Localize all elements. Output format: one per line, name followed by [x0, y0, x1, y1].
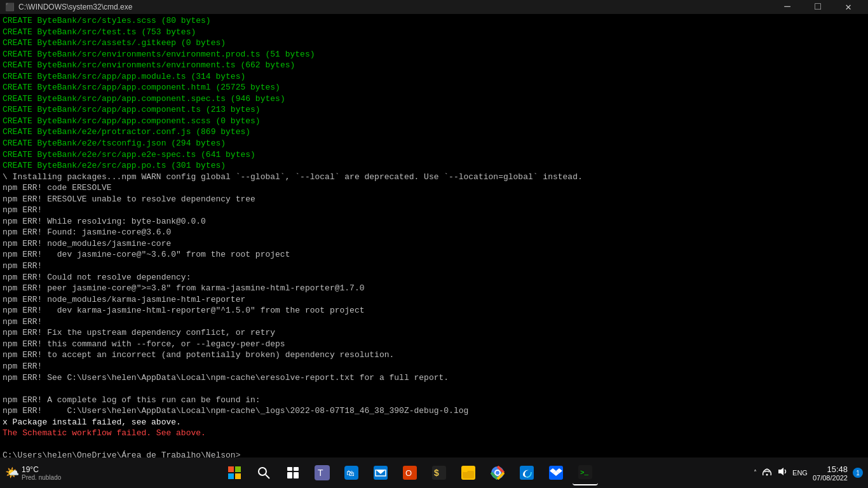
- terminal-line: npm ERR!: [3, 261, 865, 272]
- terminal-line: npm ERR! to accept an incorrect (and pot…: [3, 349, 865, 361]
- terminal-line: CREATE ByteBank/src/environments/environ…: [3, 60, 865, 71]
- close-button[interactable]: ✕: [834, 0, 863, 14]
- network-icon[interactable]: [762, 466, 772, 479]
- taskbar-center-icons: T 🛍 O: [69, 460, 751, 485]
- terminal-line: npm ERR!: [3, 205, 865, 216]
- titlebar-controls: ─ □ ✕: [773, 0, 863, 14]
- notification-badge[interactable]: 1: [853, 468, 863, 478]
- terminal-line: x Package install failed, see above.: [3, 417, 865, 428]
- svg-text:>_: >_: [580, 469, 589, 477]
- mail-button[interactable]: [368, 460, 393, 485]
- svg-text:O: O: [405, 468, 412, 478]
- svg-rect-21: [463, 470, 468, 472]
- svg-point-4: [259, 468, 266, 475]
- svg-rect-6: [287, 467, 292, 471]
- terminal-line: npm ERR! peer jasmine-core@">=3.8" from …: [3, 283, 865, 294]
- terminal-line: CREATE ByteBank/e2e/tsconfig.json (294 b…: [3, 138, 865, 149]
- taskbar: 🌤️ 19°C Pred. nublado: [0, 458, 868, 488]
- edge-button[interactable]: [514, 460, 539, 485]
- terminal-line: npm ERR! See C:\Users\helen\AppData\Loca…: [3, 372, 865, 384]
- terminal-line: CREATE ByteBank/src/app/app.component.sc…: [3, 116, 865, 127]
- titlebar-left: ⬛ C:\WINDOWS\system32\cmd.exe: [5, 3, 132, 12]
- svg-point-24: [496, 471, 499, 475]
- terminal-line: CREATE ByteBank/src/app/app.component.ht…: [3, 82, 865, 93]
- start-button[interactable]: [222, 460, 247, 485]
- office-button[interactable]: O: [397, 460, 423, 485]
- terminal-line: \ Installing packages...npm WARN config …: [3, 172, 865, 183]
- terminal-line: CREATE ByteBank/src/app/app.component.sp…: [3, 93, 865, 105]
- terminal-line: npm ERR!: [3, 361, 865, 372]
- fontbase-button[interactable]: $: [426, 460, 452, 485]
- terminal-line: npm ERR! C:\Users\helen\AppData\Local\np…: [3, 405, 865, 417]
- terminal-line: npm ERR! code ERESOLVE: [3, 182, 865, 194]
- teams-button[interactable]: T: [309, 460, 335, 485]
- svg-text:🛍: 🛍: [346, 468, 355, 478]
- svg-text:T: T: [318, 468, 323, 478]
- terminal-line: npm ERR! this command with --force, or -…: [3, 339, 865, 350]
- terminal-line: CREATE ByteBank/src/environments/environ…: [3, 49, 865, 60]
- taskbar-right: ˄ ENG 15:48 07/08/2022 1: [754, 464, 863, 482]
- keyboard-icon[interactable]: ENG: [792, 469, 808, 477]
- weather-icon: 🌤️: [5, 466, 19, 480]
- chrome-button[interactable]: [485, 460, 510, 485]
- weather-description: Pred. nublado: [22, 474, 61, 481]
- system-tray-chevron[interactable]: ˄: [754, 469, 757, 477]
- terminal-line: npm ERR! Could not resolve dependency:: [3, 272, 865, 283]
- terminal-line: npm ERR! dev jasmine-core@"~3.6.0" from …: [3, 249, 865, 261]
- terminal-line: [3, 383, 865, 395]
- svg-rect-2: [228, 473, 234, 479]
- weather-widget[interactable]: 🌤️ 19°C Pred. nublado: [5, 465, 61, 481]
- store-button[interactable]: 🛍: [339, 460, 364, 485]
- terminal-line: npm ERR! Fix the upstream dependency con…: [3, 327, 865, 339]
- svg-rect-8: [287, 472, 292, 478]
- svg-rect-0: [228, 466, 234, 472]
- svg-point-32: [766, 474, 768, 476]
- svg-marker-33: [778, 468, 783, 475]
- terminal-line: npm ERR! node_modules/karma-jasmine-html…: [3, 294, 865, 306]
- volume-icon[interactable]: [777, 466, 787, 479]
- terminal-line: C:\Users\helen\OneDrive\Área de Trabalho…: [3, 450, 865, 458]
- svg-rect-3: [235, 473, 241, 479]
- cmd-icon: ⬛: [5, 3, 15, 12]
- terminal-line: npm ERR! dev karma-jasmine-html-reporter…: [3, 305, 865, 316]
- dropbox-button[interactable]: [543, 460, 569, 485]
- svg-rect-7: [294, 467, 299, 471]
- terminal-output: CREATE ByteBank/src/styles.scss (80 byte…: [0, 14, 868, 458]
- terminal-line: npm ERR! A complete log of this run can …: [3, 395, 865, 406]
- cmd-taskbar-button[interactable]: >_: [573, 460, 598, 485]
- terminal-line: CREATE ByteBank/e2e/src/app.po.ts (301 b…: [3, 160, 865, 172]
- clock-date: 07/08/2022: [813, 474, 848, 482]
- terminal-line: [3, 439, 865, 451]
- weather-text: 19°C Pred. nublado: [22, 465, 61, 481]
- terminal-line: The Schematic workflow failed. See above…: [3, 428, 865, 439]
- weather-temperature: 19°C: [22, 465, 61, 474]
- minimize-button[interactable]: ─: [773, 0, 802, 14]
- terminal-line: npm ERR! ERESOLVE unable to resolve depe…: [3, 194, 865, 205]
- svg-text:$: $: [434, 468, 439, 478]
- terminal-line: CREATE ByteBank/src/assets/.gitkeep (0 b…: [3, 37, 865, 49]
- terminal-line: npm ERR! node_modules/jasmine-core: [3, 238, 865, 250]
- titlebar: ⬛ C:\WINDOWS\system32\cmd.exe ─ □ ✕: [0, 0, 868, 14]
- svg-rect-9: [294, 472, 299, 478]
- clock-widget[interactable]: 15:48 07/08/2022: [813, 464, 848, 482]
- terminal-line: CREATE ByteBank/src/test.ts (753 bytes): [3, 27, 865, 38]
- terminal-line: npm ERR! While resolving: byte-bank@0.0.…: [3, 216, 865, 227]
- svg-line-5: [266, 475, 269, 478]
- terminal-line: npm ERR! Found: jasmine-core@3.6.0: [3, 227, 865, 238]
- terminal-line: npm ERR!: [3, 316, 865, 328]
- titlebar-title: C:\WINDOWS\system32\cmd.exe: [18, 3, 132, 11]
- terminal-line: CREATE ByteBank/src/styles.scss (80 byte…: [3, 15, 865, 27]
- terminal-line: CREATE ByteBank/e2e/protractor.conf.js (…: [3, 126, 865, 138]
- maximize-button[interactable]: □: [803, 0, 832, 14]
- terminal-line: CREATE ByteBank/e2e/src/app.e2e-spec.ts …: [3, 149, 865, 161]
- svg-rect-1: [235, 466, 241, 472]
- clock-time: 15:48: [813, 464, 848, 474]
- search-button[interactable]: [251, 460, 276, 485]
- explorer-button[interactable]: [456, 460, 481, 485]
- terminal-line: CREATE ByteBank/src/app/app.component.ts…: [3, 104, 865, 116]
- terminal-line: CREATE ByteBank/src/app/app.module.ts (3…: [3, 71, 865, 83]
- taskview-button[interactable]: [280, 460, 306, 485]
